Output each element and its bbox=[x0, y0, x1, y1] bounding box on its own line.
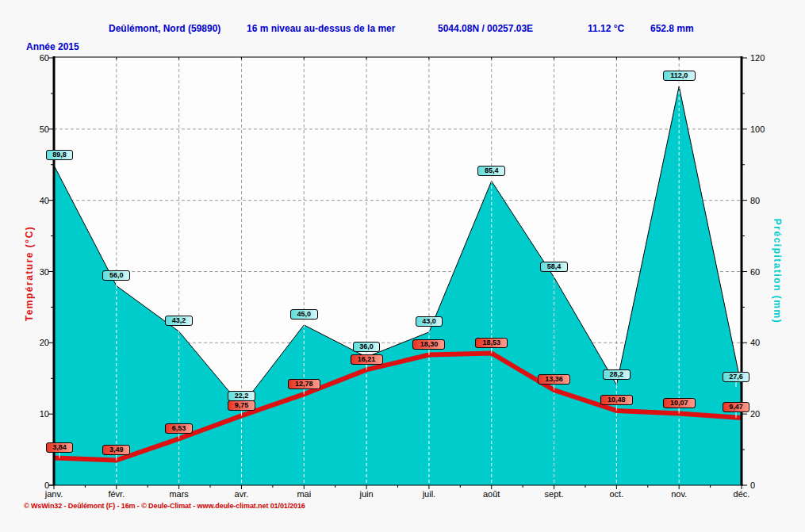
left-axis-tick-label: 20 bbox=[25, 338, 49, 347]
precipitation-value-label: 43,2 bbox=[165, 316, 193, 326]
footer-credit: © WsWin32 - Deûlémont (F) - 16m - © Deul… bbox=[24, 502, 305, 510]
month-label: avr. bbox=[220, 489, 263, 499]
right-axis-tick-label: 100 bbox=[750, 124, 774, 134]
month-label: févr. bbox=[95, 489, 138, 499]
precipitation-value-label: 28,2 bbox=[603, 369, 631, 380]
precipitation-value-label: 43,0 bbox=[416, 316, 443, 327]
climate-chart-page: Deûlémont, Nord (59890) 16 m niveau au-d… bbox=[0, 0, 805, 532]
left-axis-tick-label: 10 bbox=[25, 409, 49, 419]
precipitation-value-label: 36,0 bbox=[353, 342, 381, 352]
precipitation-value-label: 27,6 bbox=[723, 372, 750, 382]
right-axis-tick-label: 80 bbox=[750, 196, 774, 205]
left-axis-tick-label: 50 bbox=[25, 124, 49, 134]
month-label: sept. bbox=[533, 489, 576, 499]
right-axis-tick-label: 20 bbox=[750, 409, 774, 419]
temperature-value-label: 3,49 bbox=[102, 445, 130, 455]
precipitation-value-label: 58,4 bbox=[540, 262, 568, 272]
month-label: oct. bbox=[595, 489, 638, 499]
right-axis-tick-label: 60 bbox=[750, 267, 774, 277]
temperature-value-label: 18,53 bbox=[475, 338, 508, 348]
month-label: mars bbox=[158, 489, 201, 499]
temperature-value-label: 18,30 bbox=[412, 339, 445, 350]
precipitation-value-label: 89,8 bbox=[46, 150, 74, 160]
precipitation-value-label: 112,0 bbox=[663, 71, 696, 81]
month-label: déc. bbox=[720, 489, 763, 499]
temperature-value-label: 9,75 bbox=[228, 400, 255, 411]
right-axis-tick-label: 120 bbox=[750, 53, 774, 63]
left-axis-tick-label: 30 bbox=[25, 267, 49, 277]
precipitation-value-label: 22,2 bbox=[228, 391, 255, 401]
left-axis-tick-label: 60 bbox=[25, 53, 49, 63]
temperature-value-label: 12,78 bbox=[288, 379, 320, 389]
temperature-value-label: 6,53 bbox=[165, 423, 193, 434]
precipitation-value-label: 45,0 bbox=[290, 309, 318, 320]
temperature-value-label: 13,36 bbox=[538, 374, 570, 385]
month-label: janv. bbox=[33, 489, 75, 499]
month-label: juil. bbox=[408, 489, 450, 499]
temperature-value-label: 9,47 bbox=[723, 402, 750, 412]
month-label: mai bbox=[282, 489, 325, 499]
precipitation-value-label: 56,0 bbox=[102, 270, 130, 281]
right-axis-tick-label: 40 bbox=[750, 338, 774, 347]
month-label: juin bbox=[345, 489, 388, 499]
temperature-value-label: 16,21 bbox=[351, 354, 383, 365]
precipitation-value-label: 85,4 bbox=[477, 166, 505, 176]
month-label: nov. bbox=[657, 489, 700, 499]
left-axis-tick-label: 40 bbox=[25, 196, 49, 205]
temperature-value-label: 10,07 bbox=[663, 398, 696, 408]
month-label: août bbox=[470, 489, 513, 499]
temperature-value-label: 10,48 bbox=[600, 395, 633, 405]
temperature-value-label: 3,84 bbox=[46, 442, 74, 453]
